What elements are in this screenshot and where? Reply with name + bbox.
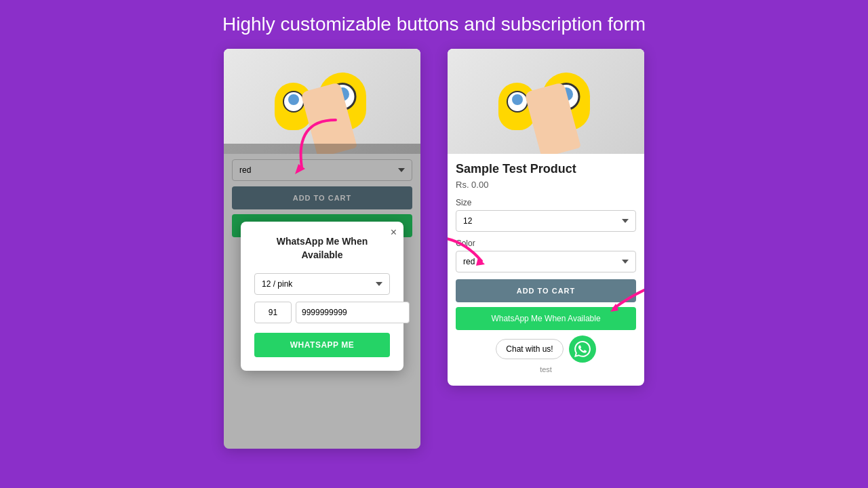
whatsapp-icon-right — [574, 341, 591, 357]
whatsapp-available-button-right[interactable]: WhatsApp Me When Available — [456, 307, 636, 330]
modal-country-code-input[interactable] — [254, 302, 292, 323]
right-product-image — [448, 49, 644, 154]
whatsapp-modal: × WhatsApp Me WhenAvailable 12 / pink WH… — [241, 222, 403, 370]
chat-row-right: Chat with us! — [456, 330, 636, 364]
right-product-body: Sample Test Product Rs. 0.00 Size 12 Col… — [448, 154, 644, 386]
modal-title: WhatsApp Me WhenAvailable — [254, 235, 390, 262]
whatsapp-circle-right[interactable] — [569, 336, 596, 363]
product-title: Sample Test Product — [456, 162, 636, 177]
modal-submit-button[interactable]: WHATSAPP ME — [254, 333, 390, 357]
size-label: Size — [456, 198, 636, 207]
modal-close-button[interactable]: × — [391, 227, 397, 238]
left-panel: red ADD TO CART WhatsApp Me When Availab… — [224, 49, 420, 449]
modal-phone-row — [254, 302, 390, 323]
left-product-image — [224, 49, 420, 154]
panels-container: red ADD TO CART WhatsApp Me When Availab… — [224, 49, 644, 449]
chat-button-right[interactable]: Chat with us! — [496, 339, 563, 359]
modal-variant-select[interactable]: 12 / pink — [254, 273, 390, 295]
size-select[interactable]: 12 — [456, 210, 636, 232]
color-label: Color — [456, 239, 636, 248]
page-title: Highly customizable buttons and subscrip… — [222, 14, 646, 35]
add-to-cart-button-right[interactable]: ADD TO CART — [456, 279, 636, 302]
color-select[interactable]: red — [456, 251, 636, 272]
modal-phone-input[interactable] — [296, 302, 410, 323]
right-panel: Sample Test Product Rs. 0.00 Size 12 Col… — [448, 49, 644, 386]
right-panel-footer: test — [456, 364, 636, 378]
product-price: Rs. 0.00 — [456, 180, 636, 190]
modal-overlay[interactable]: × WhatsApp Me WhenAvailable 12 / pink WH… — [224, 144, 420, 449]
